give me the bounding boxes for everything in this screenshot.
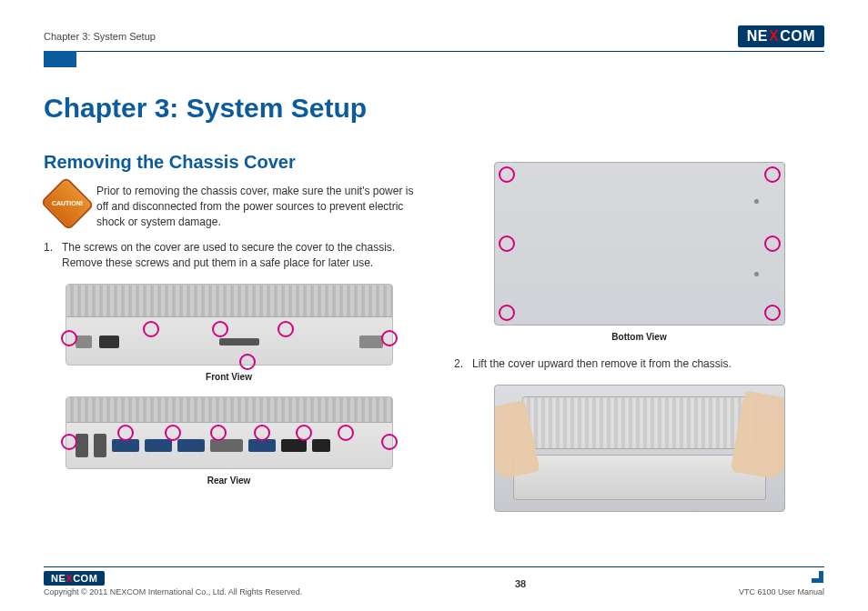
figure-front-view: [66, 284, 393, 366]
page-number: 38: [515, 578, 526, 589]
figure-rear-view: [66, 396, 393, 469]
caution-block: CAUTION! Prior to removing the chassis c…: [44, 184, 414, 229]
step-2-text: Lift the cover upward then remove it fro…: [472, 356, 732, 372]
figure-lift-cover: [494, 385, 785, 512]
corner-mark-icon: [812, 571, 824, 584]
screw-marker: [165, 425, 181, 441]
screw-marker: [499, 235, 515, 252]
screw-marker: [239, 354, 256, 370]
screw-marker: [338, 425, 354, 441]
step-1-number: 1.: [44, 240, 56, 271]
screw-marker: [381, 434, 398, 450]
brand-logo: NEXCOM: [738, 25, 824, 47]
section-heading: Removing the Chassis Cover: [44, 149, 414, 175]
screw-marker: [499, 305, 515, 321]
copyright-text: Copyright © 2011 NEXCOM International Co…: [44, 587, 302, 596]
right-column: Bottom View 2. Lift the cover upward the…: [454, 149, 824, 517]
screw-marker: [296, 425, 312, 441]
screw-marker: [278, 321, 294, 337]
screw-marker: [499, 166, 515, 183]
step-2: 2. Lift the cover upward then remove it …: [454, 356, 824, 372]
screw-marker: [764, 305, 781, 321]
step-1: 1. The screws on the cover are used to s…: [44, 240, 414, 271]
caution-text: Prior to removing the chassis cover, mak…: [96, 184, 414, 229]
screw-marker: [117, 425, 134, 441]
header-accent-block: [44, 51, 76, 67]
left-column: Removing the Chassis Cover CAUTION! Prio…: [44, 149, 414, 517]
step-2-number: 2.: [454, 356, 467, 372]
screw-marker: [764, 166, 781, 183]
screw-marker: [212, 321, 228, 337]
figure-bottom-view: [494, 162, 785, 326]
chapter-title: Chapter 3: System Setup: [44, 93, 824, 124]
header-rule: [44, 51, 824, 52]
caption-front: Front View: [44, 371, 414, 384]
manual-name: VTC 6100 User Manual: [739, 587, 824, 596]
breadcrumb: Chapter 3: System Setup: [44, 31, 156, 42]
screw-marker: [381, 330, 398, 346]
screw-marker: [143, 321, 159, 337]
caution-icon: CAUTION!: [40, 176, 94, 230]
footer-logo: NEXCOM: [44, 571, 105, 586]
screw-marker: [764, 235, 781, 252]
screw-marker: [61, 434, 77, 450]
page-footer: NEXCOM Copyright © 2011 NEXCOM Internati…: [44, 566, 824, 596]
step-1-text: The screws on the cover are used to secu…: [62, 240, 414, 271]
screw-marker: [61, 330, 77, 346]
caption-bottom: Bottom View: [454, 331, 824, 344]
caption-rear: Rear View: [44, 475, 414, 487]
screw-marker: [254, 425, 270, 441]
screw-marker: [210, 425, 227, 441]
